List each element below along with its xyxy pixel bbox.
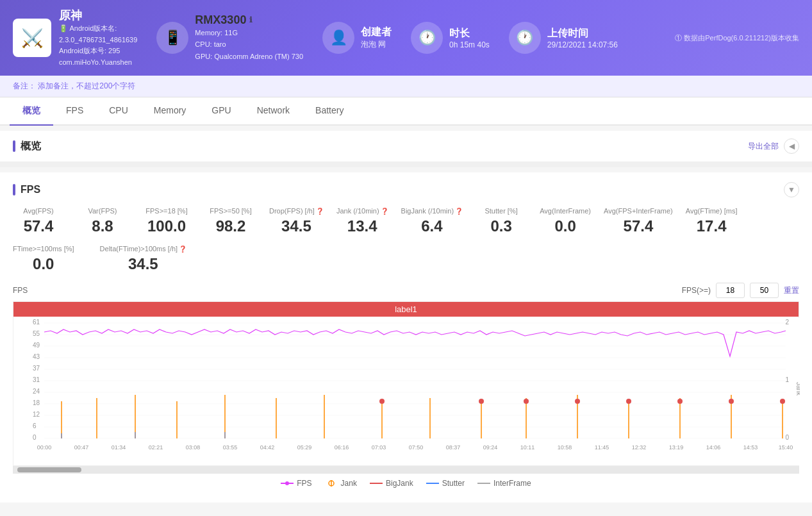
delta-ftime-help-icon[interactable]: ❓ [179,246,186,253]
fps-ge-val2-input[interactable] [750,283,779,298]
fps-stats-grid: Avg(FPS) 57.4 Var(FPS) 8.8 FPS>=18 [%] 1… [13,207,799,235]
tab-network[interactable]: Network [244,97,302,126]
app-meta: 🔋 Android版本名: 2.3.0_4786731_4861639 Andr… [59,23,137,68]
tab-gpu[interactable]: GPU [199,97,244,126]
svg-text:0: 0 [785,434,789,441]
fps-chart-svg[interactable]: 61 55 49 43 37 31 24 18 12 6 0 2 1 0 Jan… [13,318,800,465]
stat-avg-fps-interframe-value: 57.4 [624,217,654,235]
svg-point-75 [285,481,289,485]
stat-bigjank: BigJank (/10min) ❓ 6.4 [401,207,463,235]
stat-ftime-ge100: FTime>=100ms [%] 0.0 [13,245,74,273]
fps-ge-val1-input[interactable] [716,283,745,298]
stat-avg-ftime-label: Avg(FTime) [ms] [686,207,738,215]
stat-avg-interframe: Avg(InterFrame) 0.0 [540,207,591,235]
stat-fps-ge50-label: FPS>=50 [%] [210,207,251,215]
svg-text:13:19: 13:19 [669,444,684,451]
stat-drop-fps: Drop(FPS) [/h] ❓ 34.5 [269,207,324,235]
svg-text:00:00: 00:00 [37,444,52,451]
svg-text:05:29: 05:29 [297,444,312,451]
stat-fps-ge18-label: FPS>=18 [%] [145,207,187,215]
stat-avg-fps: Avg(FPS) 57.4 [13,207,64,235]
stat-fps-ge50: FPS>=50 [%] 98.2 [205,207,256,235]
tab-battery[interactable]: Battery [302,97,356,126]
svg-text:49: 49 [33,342,40,349]
svg-point-45 [575,399,580,404]
expand-button[interactable]: ◀ [784,138,799,154]
stat-drop-fps-value: 34.5 [281,217,311,235]
svg-text:09:24: 09:24 [483,444,498,451]
jank-help-icon[interactable]: ❓ [381,208,388,215]
stat-bigjank-label: BigJank (/10min) ❓ [401,207,463,215]
fps-title: FPS [13,184,40,196]
nav-tabs: 概览 FPS CPU Memory GPU Network Battery [0,97,812,126]
stat-avg-fps-interframe: Avg(FPS+InterFrame) 57.4 [604,207,673,235]
svg-text:2: 2 [785,319,789,326]
legend-stutter: Stutter [426,479,465,488]
device-block: 📱 RMX3300 ℹ Memory: 11G CPU: taro GPU: Q… [156,13,303,63]
svg-text:10:11: 10:11 [520,444,535,451]
stat-var-fps-value: 8.8 [92,217,113,235]
chart-container: label1 61 55 49 43 37 31 24 18 12 6 0 2 … [13,301,799,466]
svg-text:01:34: 01:34 [112,444,126,451]
data-notice: ① 数据由PerfDog(6.0.211212)版本收集 [675,33,799,43]
stat-stutter: Stutter [%] 0.3 [476,207,527,235]
tab-overview[interactable]: 概览 [10,97,53,126]
legend-fps: FPS [281,479,311,488]
header: ⚔️ 原神 🔋 Android版本名: 2.3.0_4786731_486163… [0,0,812,76]
device-memory: Memory: 11G [195,27,303,39]
stat-avg-interframe-label: Avg(InterFrame) [540,207,591,215]
notes-action[interactable]: 添加备注，不超过200个字符 [38,81,135,90]
svg-point-49 [780,399,785,404]
stat-ftime-ge100-value: 0.0 [33,255,54,273]
svg-text:55: 55 [33,330,40,337]
svg-text:0: 0 [33,434,37,441]
upload-block: 🕐 上传时间 29/12/2021 14:07:56 [509,22,618,54]
stat-fps-ge18: FPS>=18 [%] 100.0 [141,207,192,235]
stat-fps-ge18-value: 100.0 [147,217,186,235]
bigjank-help-icon[interactable]: ❓ [455,208,463,215]
scrollbar-thumb[interactable] [17,467,81,472]
svg-text:07:03: 07:03 [372,444,386,451]
drop-fps-help-icon[interactable]: ❓ [316,208,324,215]
divider1 [0,162,812,167]
fps-ge-label: FPS(>=) [682,286,711,295]
svg-point-44 [524,399,529,404]
tab-fps[interactable]: FPS [53,97,96,126]
device-name: RMX3300 ℹ [195,13,303,27]
stat-jank-label: Jank (/10min) ❓ [336,207,388,215]
legend-fps-label: FPS [297,479,311,488]
chart-header: FPS FPS(>=) 重置 [13,283,799,298]
export-button[interactable]: 导出全部 [748,141,779,152]
stat-avg-ftime-value: 17.4 [697,217,727,235]
duration-text: 时长 0h 15m 40s [449,27,490,49]
svg-text:03:08: 03:08 [186,444,201,451]
legend-bigjank: BigJank [370,479,413,488]
chart-fps-label: FPS [13,286,28,295]
svg-text:12: 12 [33,411,40,418]
stat-delta-ftime: Delta(FTime)>100ms [/h] ❓ 34.5 [100,245,187,273]
tab-cpu[interactable]: CPU [96,97,141,126]
fps-stats-row2: FTime>=100ms [%] 0.0 Delta(FTime)>100ms … [13,245,799,273]
svg-text:37: 37 [33,365,40,372]
stat-avg-fps-interframe-label: Avg(FPS+InterFrame) [604,207,673,215]
svg-text:08:37: 08:37 [446,444,461,451]
fps-expand-button[interactable]: ▼ [784,182,799,197]
upload-text: 上传时间 29/12/2021 14:07:56 [547,27,618,49]
svg-text:03:55: 03:55 [223,444,238,451]
tab-memory[interactable]: Memory [141,97,199,126]
svg-text:6: 6 [33,422,37,429]
svg-point-43 [479,399,484,404]
chart-scrollbar[interactable] [13,466,799,474]
reset-button[interactable]: 重置 [784,285,799,296]
svg-text:07:50: 07:50 [409,444,424,451]
svg-text:11:45: 11:45 [595,444,609,451]
svg-text:04:42: 04:42 [260,444,275,451]
stat-stutter-label: Stutter [%] [485,207,517,215]
svg-text:06:16: 06:16 [335,444,349,451]
svg-text:12:32: 12:32 [632,444,647,451]
fps-controls: FPS(>=) 重置 [682,283,799,298]
legend-jank-label: Jank [341,479,357,488]
stat-avg-fps-label: Avg(FPS) [23,207,53,215]
chart-banner: label1 [13,302,799,317]
duration-icon: 🕐 [411,22,443,54]
